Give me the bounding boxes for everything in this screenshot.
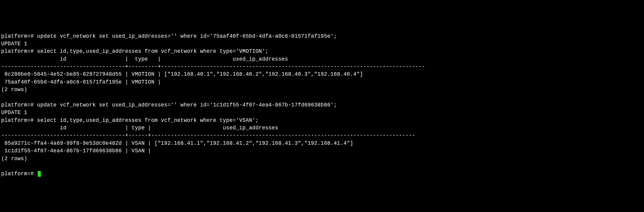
table-cell-id: 85a9271c-ffa4-4a69-99f8-9e53dc0e482d bbox=[1, 140, 125, 146]
sql-command: select id,type,used_ip_addresses from vc… bbox=[37, 48, 269, 54]
sql-command: update vcf_network set used_ip_addresses… bbox=[37, 102, 337, 108]
sql-prompt: platform=# bbox=[1, 171, 37, 177]
table-header-addresses: used_ip_addresses bbox=[161, 56, 288, 62]
table-header-addresses: used_ip_addresses bbox=[151, 125, 278, 131]
table-cell-id: 75aaf40f-65bd-4dfa-a0c6-01571faf195e bbox=[1, 79, 125, 85]
table-cell-type: VSAN bbox=[128, 148, 148, 154]
pipe-separator: | bbox=[158, 71, 161, 77]
table-header-type: type bbox=[128, 125, 148, 131]
table-cell-addresses: ["192.168.41.1","192.168.41.2","192.168.… bbox=[151, 140, 353, 146]
table-cell-id: 8c280be0-5045-4e52-be85-829727948d55 bbox=[1, 71, 125, 77]
pipe-separator: | bbox=[125, 56, 128, 62]
table-cell-type: VMOTION bbox=[128, 79, 158, 85]
pipe-separator: | bbox=[148, 148, 151, 154]
pipe-separator: | bbox=[125, 125, 128, 131]
pipe-separator: | bbox=[158, 56, 161, 62]
sql-result: UPDATE 1 bbox=[1, 109, 27, 115]
table-header-type: type bbox=[128, 56, 158, 62]
sql-prompt: platform=# bbox=[1, 48, 37, 54]
sql-prompt: platform=# bbox=[1, 117, 37, 123]
table-cell-type: VSAN bbox=[128, 140, 148, 146]
sql-prompt: platform=# bbox=[1, 33, 37, 39]
table-cell-addresses: ["192.168.40.1","192.168.40.2","192.168.… bbox=[161, 71, 363, 77]
pipe-separator: | bbox=[125, 79, 128, 85]
table-header-id: id bbox=[1, 125, 125, 131]
table-header-id: id bbox=[1, 56, 125, 62]
terminal-output[interactable]: platform=# update vcf_network set used_i… bbox=[1, 33, 643, 178]
row-count: (2 rows) bbox=[1, 156, 27, 162]
sql-command: select id,type,used_ip_addresses from vc… bbox=[37, 117, 259, 123]
table-cell-id: 1c1d1f55-4f07-4ea4-867b-17fd69638b86 bbox=[1, 148, 125, 154]
pipe-separator: | bbox=[125, 140, 128, 146]
pipe-separator: | bbox=[125, 71, 128, 77]
table-separator: --------------------------------------+-… bbox=[1, 64, 425, 70]
row-count: (2 rows) bbox=[1, 87, 27, 93]
cursor-icon bbox=[38, 171, 41, 177]
pipe-separator: | bbox=[148, 125, 151, 131]
pipe-separator: | bbox=[148, 140, 151, 146]
sql-prompt: platform=# bbox=[1, 102, 37, 108]
table-cell-type: VMOTION bbox=[128, 71, 158, 77]
sql-result: UPDATE 1 bbox=[1, 41, 27, 47]
table-separator: --------------------------------------+-… bbox=[1, 132, 415, 138]
pipe-separator: | bbox=[158, 79, 161, 85]
sql-command: update vcf_network set used_ip_addresses… bbox=[37, 33, 337, 39]
pipe-separator: | bbox=[125, 148, 128, 154]
